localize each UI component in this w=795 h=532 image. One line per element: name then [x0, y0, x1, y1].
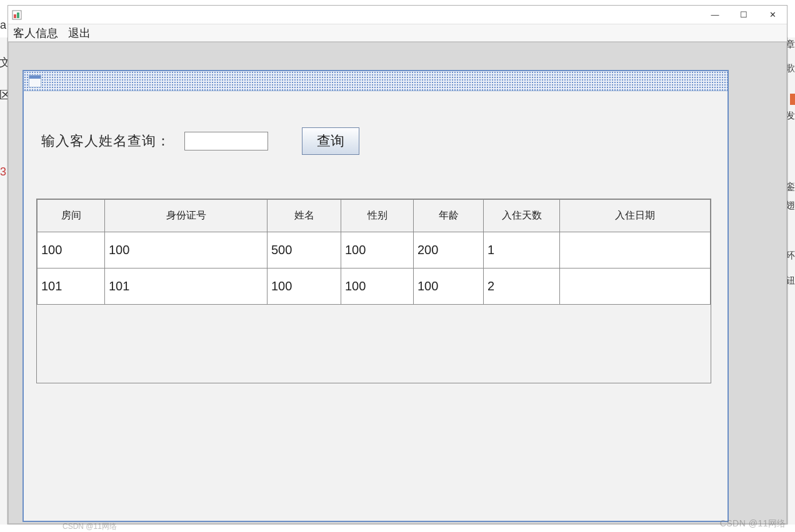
- background-left-strip: a 文 区 3: [0, 37, 8, 525]
- cell-days[interactable]: 2: [484, 268, 560, 305]
- search-button[interactable]: 查询: [302, 127, 359, 155]
- cell-name[interactable]: 100: [268, 268, 341, 305]
- cell-room[interactable]: 101: [38, 268, 105, 305]
- close-button[interactable]: ✕: [758, 6, 787, 24]
- menu-exit[interactable]: 退出: [68, 26, 91, 41]
- menubar: 客人信息 退出: [8, 24, 787, 42]
- col-date[interactable]: 入住日期: [560, 200, 711, 232]
- mdi-client-area: 输入客人姓名查询： 查询 房间 身份证号: [8, 42, 787, 524]
- cell-age[interactable]: 200: [414, 232, 484, 268]
- cell-id-no[interactable]: 101: [105, 268, 268, 305]
- col-gender[interactable]: 性别: [341, 200, 414, 232]
- bottom-clip-text: CSDN @11网络: [62, 521, 117, 532]
- cell-gender[interactable]: 100: [341, 232, 414, 268]
- cell-date[interactable]: [560, 268, 711, 305]
- internal-frame: 输入客人姓名查询： 查询 房间 身份证号: [22, 70, 729, 522]
- cell-room[interactable]: 100: [38, 232, 105, 268]
- results-table: 房间 身份证号 姓名 性别 年龄 入住天数 入住日期 100: [37, 199, 711, 305]
- minimize-button[interactable]: —: [701, 6, 729, 24]
- table-row[interactable]: 100 100 500 100 200 1: [38, 232, 711, 268]
- guest-name-input[interactable]: [184, 132, 268, 150]
- internal-frame-titlebar[interactable]: [24, 71, 728, 91]
- cell-gender[interactable]: 100: [341, 268, 414, 305]
- svg-rect-1: [14, 14, 16, 18]
- search-row: 输入客人姓名查询： 查询: [41, 127, 715, 155]
- col-name[interactable]: 姓名: [268, 200, 341, 232]
- col-room[interactable]: 房间: [38, 200, 105, 232]
- table-header-row: 房间 身份证号 姓名 性别 年龄 入住天数 入住日期: [38, 200, 711, 232]
- cell-date[interactable]: [560, 232, 711, 268]
- maximize-button[interactable]: ☐: [729, 6, 758, 24]
- col-days[interactable]: 入住天数: [484, 200, 560, 232]
- cell-age[interactable]: 100: [414, 268, 484, 305]
- col-age[interactable]: 年龄: [414, 200, 484, 232]
- main-window: — ☐ ✕ 客人信息 退出 输入客人姓名查询： 查询: [8, 5, 788, 525]
- watermark: CSDN @11网络: [720, 518, 786, 530]
- window-controls: — ☐ ✕: [701, 6, 787, 24]
- table-row[interactable]: 101 101 100 100 100 2: [38, 268, 711, 305]
- cell-id-no[interactable]: 100: [105, 232, 268, 268]
- cell-name[interactable]: 500: [268, 232, 341, 268]
- background-right-strip: 章 歌 发 銮 翅 环 钮: [788, 37, 795, 525]
- internal-frame-icon: [29, 75, 41, 87]
- search-label: 输入客人姓名查询：: [41, 132, 171, 150]
- app-icon: [12, 10, 22, 20]
- col-id-no[interactable]: 身份证号: [105, 200, 268, 232]
- svg-rect-2: [17, 12, 19, 18]
- internal-frame-body: 输入客人姓名查询： 查询 房间 身份证号: [24, 91, 728, 396]
- results-table-container: 房间 身份证号 姓名 性别 年龄 入住天数 入住日期 100: [36, 199, 711, 383]
- cell-days[interactable]: 1: [484, 232, 560, 268]
- menu-guest-info[interactable]: 客人信息: [13, 26, 58, 41]
- titlebar[interactable]: — ☐ ✕: [8, 6, 787, 24]
